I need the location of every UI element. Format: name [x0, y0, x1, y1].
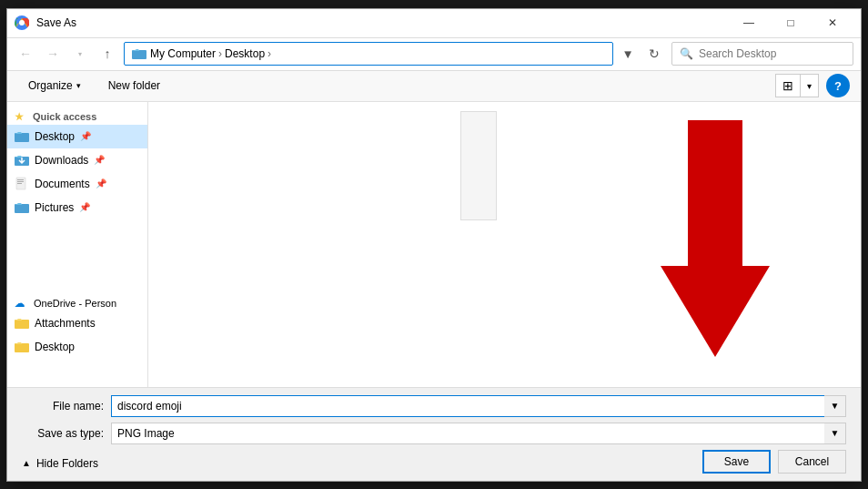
recent-locations-button[interactable]: ▾ — [69, 43, 91, 65]
address-path[interactable]: My Computer › Desktop › — [124, 42, 613, 66]
hide-folders-label: Hide Folders — [36, 457, 98, 470]
svg-rect-8 — [17, 183, 22, 184]
minimize-button[interactable]: — — [728, 8, 770, 37]
downloads-pin-icon: 📌 — [94, 155, 105, 165]
form-actions: ▲ Hide Folders Save Cancel — [22, 450, 846, 474]
quick-access-header: ★ Quick access — [7, 106, 147, 125]
sidebar-item-documents[interactable]: Documents 📌 — [7, 172, 147, 196]
svg-point-1 — [19, 20, 25, 25]
dialog-title: Save As — [36, 16, 728, 29]
filename-input[interactable] — [111, 395, 846, 417]
file-area — [148, 102, 861, 387]
search-icon: 🔍 — [680, 47, 693, 60]
savetype-input-wrapper: ▼ — [111, 423, 846, 444]
bottom-panel: File name: ▼ Save as type: ▼ ▲ Hide Fold… — [7, 387, 861, 481]
forward-button[interactable]: → — [42, 43, 64, 65]
svg-rect-11 — [15, 343, 29, 352]
address-bar: ← → ▾ ↑ My Computer › Desktop › ▼ ↻ 🔍 — [7, 38, 861, 71]
sidebar-item-downloads[interactable]: Downloads 📌 — [7, 148, 147, 172]
main-content: ★ Quick access Desktop 📌 Downloa — [7, 102, 861, 387]
quick-access-star-icon: ★ — [15, 111, 24, 123]
od-desktop-folder-icon — [15, 340, 29, 354]
search-box: 🔍 — [671, 42, 853, 66]
organize-label: Organize — [28, 79, 73, 92]
quick-access-label: Quick access — [33, 111, 96, 122]
help-icon: ? — [834, 79, 842, 93]
address-dropdown-button[interactable]: ▼ — [619, 42, 637, 66]
address-folder-icon — [132, 46, 146, 61]
save-as-dialog: Save As — □ ✕ ← → ▾ ↑ My Computer › Desk… — [6, 8, 862, 482]
path-sep2: › — [267, 47, 271, 60]
documents-label: Documents — [35, 178, 90, 190]
onedrive-icon: ☁ — [15, 298, 25, 310]
downloads-folder-icon — [15, 153, 29, 168]
sidebar-item-pictures[interactable]: Pictures 📌 — [7, 196, 147, 219]
red-arrow-annotation — [624, 120, 806, 375]
pictures-label: Pictures — [35, 201, 74, 214]
filename-row: File name: ▼ — [22, 395, 846, 417]
onedrive-label: OneDrive - Person — [34, 298, 116, 309]
view-controls: ⊞ ▾ — [775, 74, 819, 97]
close-button[interactable]: ✕ — [812, 8, 853, 37]
sidebar-spacer — [7, 219, 147, 292]
view-icon: ⊞ — [782, 78, 793, 93]
view-dropdown-button[interactable]: ▾ — [801, 74, 819, 97]
savetype-row: Save as type: ▼ — [22, 423, 846, 444]
desktop-pin-icon: 📌 — [80, 131, 91, 141]
attachments-folder-icon — [15, 316, 29, 331]
od-desktop-label: Desktop — [35, 341, 75, 353]
svg-rect-6 — [17, 179, 24, 180]
svg-rect-7 — [17, 181, 24, 182]
svg-rect-9 — [15, 204, 29, 213]
savetype-dropdown-button[interactable]: ▼ — [824, 423, 846, 444]
desktop-folder-icon — [15, 129, 29, 144]
attachments-label: Attachments — [35, 317, 96, 330]
organize-button[interactable]: Organize ▾ — [18, 74, 91, 97]
path-item1: My Computer — [150, 47, 216, 60]
new-folder-button[interactable]: New folder — [98, 74, 170, 97]
svg-rect-2 — [132, 50, 146, 59]
hide-folders-chevron-icon: ▲ — [22, 458, 31, 468]
filename-input-wrapper: ▼ — [111, 395, 846, 417]
chrome-icon — [15, 15, 29, 30]
savetype-input[interactable] — [111, 423, 846, 444]
view-button[interactable]: ⊞ — [775, 74, 801, 97]
back-button[interactable]: ← — [15, 43, 36, 65]
help-button[interactable]: ? — [826, 74, 850, 97]
window-controls: — □ ✕ — [728, 8, 853, 37]
hide-folders-toggle[interactable]: ▲ Hide Folders — [22, 453, 98, 470]
path-item2: Desktop — [225, 47, 265, 60]
path-sep1: › — [218, 47, 222, 60]
search-input[interactable] — [699, 47, 845, 60]
svg-rect-10 — [15, 320, 29, 329]
documents-folder-icon — [15, 177, 29, 191]
onedrive-header: ☁ OneDrive - Person — [7, 292, 147, 311]
sidebar-item-attachments[interactable]: Attachments — [7, 311, 147, 335]
sidebar: ★ Quick access Desktop 📌 Downloa — [7, 102, 148, 387]
toolbar: Organize ▾ New folder ⊞ ▾ ? — [7, 71, 861, 102]
sidebar-item-onedrive-desktop[interactable]: Desktop — [7, 335, 147, 359]
refresh-button[interactable]: ↻ — [642, 42, 666, 66]
hide-folders-area: ▲ Hide Folders — [22, 450, 695, 474]
svg-marker-12 — [661, 120, 770, 357]
filename-label: File name: — [22, 400, 104, 413]
new-folder-label: New folder — [108, 79, 160, 92]
documents-pin-icon: 📌 — [96, 178, 106, 188]
filename-dropdown-button[interactable]: ▼ — [824, 395, 846, 417]
downloads-label: Downloads — [35, 154, 88, 167]
sidebar-item-desktop[interactable]: Desktop 📌 — [7, 125, 147, 148]
save-button[interactable]: Save — [702, 450, 771, 474]
preview-area — [460, 111, 497, 220]
maximize-button[interactable]: □ — [770, 8, 812, 37]
title-bar: Save As — □ ✕ — [7, 9, 861, 38]
up-button[interactable]: ↑ — [96, 43, 118, 65]
savetype-label: Save as type: — [22, 427, 104, 440]
desktop-label: Desktop — [35, 130, 75, 143]
pictures-folder-icon — [15, 200, 29, 215]
cancel-button[interactable]: Cancel — [778, 450, 846, 474]
organize-arrow: ▾ — [76, 81, 81, 90]
pictures-pin-icon: 📌 — [79, 202, 90, 212]
svg-rect-3 — [15, 133, 29, 142]
view-dropdown-arrow: ▾ — [807, 81, 812, 91]
